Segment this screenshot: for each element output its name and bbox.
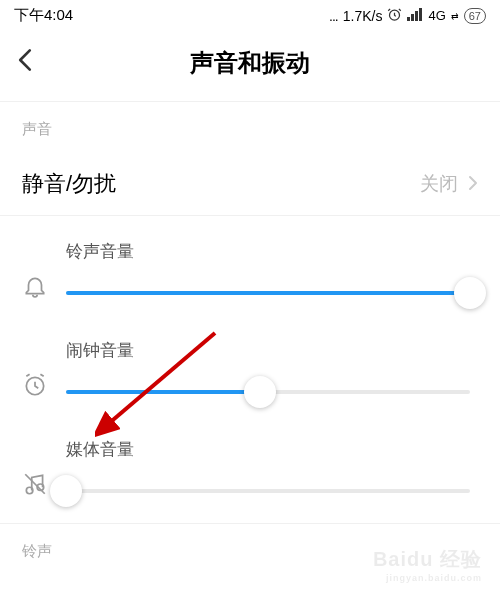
volume-sliders-group: 铃声音量 闹钟音量 媒体音量 — [0, 216, 500, 524]
ringtone-volume-slider[interactable] — [66, 277, 470, 309]
media-slider-thumb[interactable] — [50, 475, 82, 507]
status-bar: 下午4:04 ... 1.7K/s 4G ⇄ 67 — [0, 0, 500, 29]
svg-rect-2 — [411, 14, 414, 21]
media-volume-label: 媒体音量 — [66, 438, 470, 461]
signal-dots-icon: ... — [329, 8, 338, 24]
battery-indicator: 67 — [464, 8, 486, 24]
watermark: Baidu 经验 jingyan.baidu.com — [373, 546, 482, 583]
bell-icon — [22, 273, 48, 299]
signal-bars-icon — [407, 7, 423, 24]
svg-rect-1 — [407, 17, 410, 21]
alarm-volume-slider[interactable] — [66, 376, 470, 408]
svg-rect-3 — [415, 11, 418, 21]
silent-dnd-label: 静音/勿扰 — [22, 169, 116, 199]
status-indicators: ... 1.7K/s 4G ⇄ 67 — [329, 7, 486, 25]
ringtone-volume-label: 铃声音量 — [66, 240, 470, 263]
silent-dnd-value-text: 关闭 — [420, 171, 458, 197]
alarm-volume-row: 闹钟音量 — [0, 315, 500, 414]
ringtone-slider-thumb[interactable] — [454, 277, 486, 309]
alarm-slider-thumb[interactable] — [244, 376, 276, 408]
ringtone-volume-row: 铃声音量 — [0, 216, 500, 315]
net-speed: 1.7K/s — [343, 8, 383, 24]
page-header: 声音和振动 — [0, 29, 500, 102]
alarm-volume-label: 闹钟音量 — [66, 339, 470, 362]
silent-dnd-value: 关闭 — [420, 171, 478, 197]
chevron-right-icon — [468, 171, 478, 197]
media-volume-row: 媒体音量 — [0, 414, 500, 513]
network-type: 4G — [428, 8, 445, 23]
clock-icon — [22, 372, 48, 398]
svg-rect-4 — [419, 8, 422, 21]
media-volume-slider[interactable] — [66, 475, 470, 507]
music-mute-icon — [22, 471, 48, 497]
alarm-icon — [387, 7, 402, 25]
page-title: 声音和振动 — [16, 47, 484, 79]
volte-icon: ⇄ — [451, 11, 459, 21]
section-sound-label: 声音 — [0, 102, 500, 153]
status-time: 下午4:04 — [14, 6, 73, 25]
silent-dnd-row[interactable]: 静音/勿扰 关闭 — [0, 153, 500, 216]
